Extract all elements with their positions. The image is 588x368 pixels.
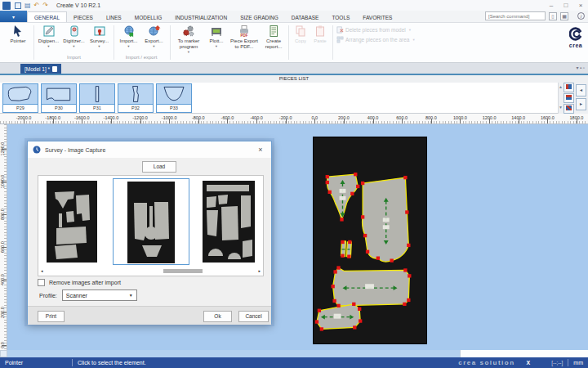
pointer-button[interactable]: Pointer — [5, 25, 31, 44]
status-bar: Pointer Click to select the element. cre… — [0, 357, 588, 368]
ruler-tick — [82, 119, 82, 123]
pattern-piece-2[interactable] — [363, 177, 409, 262]
piece-card-p32[interactable]: P32 — [118, 83, 154, 113]
ruler-tick — [140, 119, 141, 123]
app-menu-button[interactable]: ▾ — [0, 11, 27, 22]
piece-card-p33[interactable]: P33 — [156, 83, 192, 113]
tab-lines[interactable]: LINES — [100, 12, 128, 22]
separator — [568, 359, 568, 366]
chevron-down-icon: ▼ — [129, 293, 133, 298]
plott-button[interactable]: Plott... ▾ — [206, 25, 227, 48]
scan-canvas[interactable] — [313, 137, 427, 344]
model-tab[interactable]: [Model 1] * — [20, 64, 61, 74]
tab-tools[interactable]: TOOLS — [325, 12, 356, 22]
scrollbar-thumb[interactable] — [163, 269, 203, 273]
scan-thumbnail-2[interactable] — [113, 178, 189, 265]
pattern-piece-5[interactable] — [317, 304, 360, 330]
digipen-button[interactable]: Digipen... ▾ — [37, 25, 60, 48]
save-icon[interactable] — [15, 2, 21, 9]
separator — [170, 25, 171, 60]
arrange-pieces-button[interactable]: Arrange pieces on the area ▾ — [336, 36, 415, 43]
horizontal-scrollbar[interactable] — [460, 350, 588, 357]
ruler-tick — [431, 119, 432, 123]
thumbnail-scrollbar[interactable]: ◂ ▸ — [41, 268, 261, 274]
undo-icon[interactable]: ↶ — [34, 2, 40, 10]
tab-modellig[interactable]: MODELLIG — [128, 12, 169, 22]
views-icon[interactable]: ▤ — [24, 2, 31, 10]
delete-pieces-label: Delete pieces from model — [345, 27, 406, 33]
dialog-close-button[interactable]: × — [255, 146, 266, 154]
print-button[interactable]: Print — [38, 311, 65, 322]
crea-solution-logo: crea solution — [458, 359, 514, 366]
piece-card-p31[interactable]: P31 — [79, 83, 115, 113]
piece-shape-icon — [118, 84, 153, 105]
remove-images-row: Remove images after import — [38, 279, 121, 286]
piece-shape-icon — [3, 84, 38, 105]
ok-button[interactable]: Ok — [203, 311, 232, 322]
paste-icon — [314, 25, 327, 38]
copy-button[interactable]: Copy — [292, 25, 310, 44]
piece-card-p30[interactable]: P30 — [41, 83, 77, 113]
close-button[interactable]: × — [573, 1, 588, 11]
to-marker-program-label: To marker program — [173, 38, 204, 50]
pattern-piece-4[interactable] — [333, 268, 410, 306]
info-icon[interactable]: i — [577, 12, 585, 20]
scan-thumbnail-3[interactable] — [203, 181, 255, 263]
delete-pieces-button[interactable]: Delete pieces from model ▾ — [336, 26, 411, 34]
scroll-left-icon[interactable]: ◂ — [41, 269, 43, 273]
device-icon[interactable]: ▯ — [549, 12, 557, 20]
scroll-right-icon[interactable]: ▸ — [258, 269, 261, 273]
redo-icon[interactable]: ↷ — [42, 2, 48, 10]
pieces-view-button-3[interactable] — [564, 104, 574, 114]
dialog-title-bar[interactable]: Survey - Image Capture × — [28, 141, 271, 158]
tab-favorites[interactable]: FAVORITES — [356, 12, 399, 22]
load-button[interactable]: Load — [142, 161, 176, 173]
survey-button[interactable]: Survey... ▾ — [87, 25, 111, 48]
piece-id: P31 — [80, 105, 114, 112]
create-report-button[interactable]: Create report... — [261, 25, 286, 50]
pieces-view-button-1[interactable] — [564, 83, 574, 92]
maximize-button[interactable]: □ — [559, 1, 573, 11]
pointer-label: Pointer — [10, 38, 25, 44]
cancel-button[interactable]: Cancel — [238, 311, 269, 322]
import-label: Import... — [119, 38, 137, 44]
search-input[interactable] — [485, 11, 546, 20]
ruler-tick — [519, 119, 519, 123]
window-title: Create V 10 R2.1 — [56, 2, 100, 8]
piece-shape-icon — [157, 84, 191, 105]
status-tool: Pointer — [5, 360, 67, 366]
import-button[interactable]: Import... ▾ — [117, 25, 140, 48]
group-label-import: Import — [37, 55, 111, 60]
document-icon — [52, 66, 57, 72]
scan-thumbnail-1[interactable] — [47, 181, 97, 263]
ribbon-tab-bar: ▾ GENERALPIECESLINESMODELLIGINDUSTRIALIZ… — [0, 11, 588, 23]
status-hint: Click to select the element. — [78, 360, 146, 366]
piece-export-pdf-button[interactable]: PDF Piece Export to PDF... — [229, 25, 260, 50]
profile-dropdown[interactable]: Scanner ▼ — [62, 289, 137, 301]
tab-size-grading[interactable]: SIZE GRADING — [234, 12, 285, 22]
bottom-scroll-strip[interactable] — [0, 350, 588, 357]
keyboard-icon[interactable]: ▦ — [560, 12, 568, 20]
export-button[interactable]: Export... ▾ — [142, 25, 166, 48]
prev-page-button[interactable]: ◂ — [576, 84, 586, 96]
panel-options-icons[interactable]: ▾ ▪ ▫ — [576, 65, 585, 70]
ruler-tick — [256, 119, 257, 123]
to-marker-program-button[interactable]: To marker program ▾ — [173, 25, 204, 54]
digitizer-button[interactable]: Digitizer... ▾ — [62, 25, 86, 48]
remove-images-checkbox[interactable] — [38, 279, 45, 286]
tab-pieces[interactable]: PIECES — [67, 12, 100, 22]
tab-general[interactable]: GENERAL — [27, 11, 67, 22]
pattern-piece-1[interactable] — [327, 174, 359, 219]
pieces-view-button-2[interactable] — [564, 93, 574, 103]
tab-database[interactable]: DATABASE — [285, 12, 326, 22]
tab-industrialization[interactable]: INDUSTRIALIZATION — [168, 12, 234, 22]
piece-card-p29[interactable]: P29 — [2, 83, 38, 113]
paste-button[interactable]: Paste — [311, 25, 329, 44]
scan-thumbnail-list: ◂ ▸ — [38, 175, 264, 276]
minimize-button[interactable]: – — [544, 1, 559, 11]
create-report-label: Create report... — [261, 38, 286, 50]
next-page-button[interactable]: ▸ — [576, 98, 586, 110]
survey-image-capture-dialog: Survey - Image Capture × Load — [27, 141, 272, 324]
status-axis: X — [527, 360, 531, 366]
separator — [33, 25, 34, 60]
